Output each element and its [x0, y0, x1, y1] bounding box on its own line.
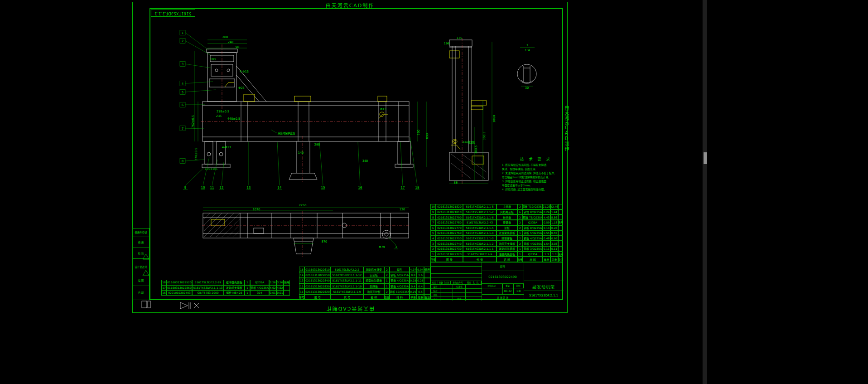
table-cell: 9201010202403	[167, 290, 192, 296]
table-cell: 0.5	[417, 289, 424, 294]
table-cell: 21.23	[543, 204, 550, 209]
dimension-label: Φ20排泄孔	[463, 141, 475, 144]
table-cell: 钢板 3/Q235A	[523, 246, 543, 252]
table-cell: 名 称	[497, 257, 517, 262]
title-block-label: 阶段标记	[482, 283, 502, 288]
dimension-label: 103	[210, 58, 216, 61]
table-cell: 1	[245, 285, 250, 291]
table-cell: 18	[161, 280, 167, 285]
table-cell: 0.25	[410, 289, 417, 294]
table-cell: 1	[384, 283, 390, 289]
table-cell: 5161TXS3DF.2.1.1-5	[463, 225, 497, 231]
table-row: 5021613130227605161TXS3DF.2.1.1-4过渡梁先装板1…	[430, 230, 563, 236]
table-cell: 序号	[430, 257, 436, 262]
table-cell: Q235A	[250, 280, 269, 285]
table-cell	[424, 272, 430, 277]
table-cell: 02161313022730	[436, 246, 463, 252]
title-block-label: 年、月、日	[473, 281, 482, 284]
table-cell: 5161TXS3DF.2.1.1-9	[331, 289, 363, 294]
table-cell: 风挡先装板	[497, 209, 517, 215]
table-cell	[558, 230, 563, 236]
callout-leader	[388, 238, 396, 245]
title-block-label: 分区	[444, 281, 451, 284]
table-row: 1021613130227205161TSL3DF.2.2-9油底壳先装板1Q2…	[430, 252, 563, 257]
table-cell: 钢板 4/Q235A	[250, 285, 269, 291]
dimension-label: 240	[228, 40, 233, 44]
table-cell: 14	[299, 272, 304, 277]
table-cell: 0.4	[410, 283, 417, 289]
table-cell: 3.26	[276, 280, 284, 285]
table-cell: 01160313029520	[167, 280, 192, 285]
title-block-label: 比例	[513, 283, 524, 288]
table-cell: 2	[384, 272, 390, 277]
detail-number: 1	[520, 44, 535, 48]
table-row: 2021613130227305161TXS3DF.2.1.1-1发动机先装板1…	[430, 246, 563, 252]
projection-symbol-icon	[180, 302, 188, 309]
table-row: 3021613130227405161TXS3DF.2.1.1-2油底壳支撑板2…	[430, 241, 563, 246]
part-callouts: 1234567891011121314151617183	[180, 30, 420, 249]
callout-number: 14	[278, 186, 282, 190]
callout-leader	[410, 137, 417, 185]
table-cell: 缓冲器先装板	[224, 280, 245, 285]
callout-number: 8	[182, 160, 183, 163]
table-cell: 02161313022850	[304, 272, 331, 277]
table-cell: 02161313022790	[436, 214, 463, 220]
table-cell: 油底壳支撑板	[497, 241, 517, 246]
callout-number: 4	[182, 82, 184, 86]
table-cell: 02161313022740	[436, 241, 463, 246]
callout-number: 18	[415, 186, 420, 190]
technical-requirement-line: 4. 焊后打磨, 加工面需做防锈蚀处理。	[502, 188, 570, 192]
dimension-label: Φ13	[380, 107, 386, 111]
dimension-label: 340	[362, 159, 368, 163]
table-cell: 序号	[299, 294, 304, 300]
table-cell: 0.8	[410, 272, 417, 277]
table-cell	[558, 236, 563, 241]
callout-number: 9	[184, 186, 186, 190]
table-cell: 2	[384, 289, 390, 294]
bom-table-left: 18011603130295205161TSL3DF.2.2-29缓冲器先装板1…	[161, 280, 290, 296]
table-cell: 0.4	[417, 283, 424, 289]
scrollbar-thumb[interactable]	[704, 152, 707, 164]
title-block-label: 工艺	[431, 297, 440, 301]
dimension-label: 590	[417, 130, 420, 135]
dimension-label: Φ25	[238, 86, 244, 90]
table-cell: 主纵板	[497, 204, 517, 209]
table-cell: 0.55	[543, 230, 550, 236]
table-cell: 4.62	[276, 285, 284, 291]
table-cell: 0.14	[543, 225, 550, 231]
table-cell: 2	[430, 246, 436, 252]
dimension-label: 4-Φ13	[240, 70, 249, 73]
table-cell: 1	[384, 278, 390, 283]
table-cell: 1.3	[550, 252, 558, 257]
dimension-label: 30	[525, 86, 529, 90]
table-cell: 借用	[424, 267, 430, 272]
callout-leader	[400, 142, 403, 185]
table-cell: 3	[430, 241, 436, 246]
table-cell: 02161313022750	[436, 236, 463, 241]
vertical-scrollbar[interactable]	[703, 0, 707, 384]
table-row: 6021613130227705161TXS3DF.2.1.1-5垫板2钢板 8…	[430, 225, 563, 231]
callout-leader	[277, 142, 280, 185]
table-cell: 0.25	[410, 278, 417, 283]
table-cell: 4	[430, 236, 436, 241]
table-cell: 1.54	[543, 241, 550, 246]
table-cell: 5161TXS3DF.2.1.1-6	[463, 214, 497, 220]
callout-leader	[185, 64, 211, 68]
cad-viewport[interactable]: { "watermarks": { "top": "由天河云CAD制作", "b…	[0, 0, 868, 384]
table-cell: 13	[299, 278, 304, 283]
callout-number: 1	[182, 31, 183, 35]
table-row: 15011603130226105161TSL3DF.2.2.2发动机支撑梁2焊…	[299, 267, 430, 272]
table-cell: 02161313022780	[436, 220, 463, 225]
table-cell: 钢板 5/Q235A	[523, 230, 543, 236]
table-cell: 9.94	[417, 267, 424, 272]
technical-requirement-line: 1. 所有焊缝应饱满牢固, 不得有未焊透、	[502, 163, 570, 167]
table-cell: 16	[161, 290, 167, 296]
callout-leader	[203, 157, 209, 185]
table-cell: 02161313022720	[436, 252, 463, 257]
table-cell	[424, 278, 430, 283]
table-cell: 5161TXS3DF.2.1.1-12	[331, 272, 363, 277]
callout-leader	[358, 142, 360, 185]
table-cell: 数量	[517, 257, 523, 262]
callout-number: 10	[201, 186, 205, 190]
table-cell: 5161TXS3DF.2.1.1-11	[331, 278, 363, 283]
